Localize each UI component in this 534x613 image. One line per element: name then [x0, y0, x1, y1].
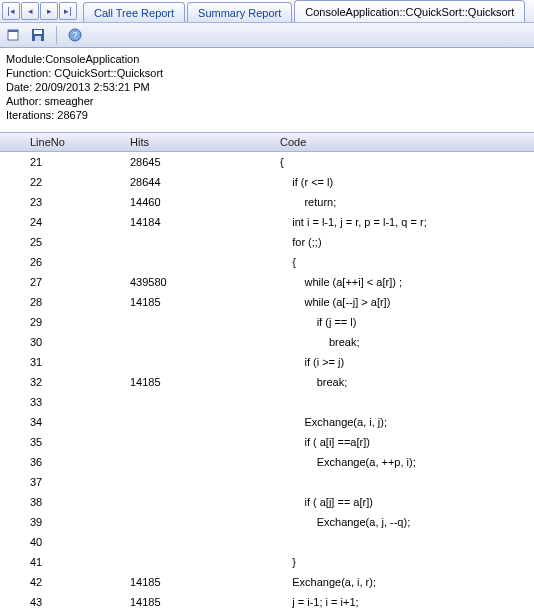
- cell-lineno: 24: [0, 216, 130, 228]
- table-row[interactable]: 34 Exchange(a, i, j);: [0, 412, 534, 432]
- header-hits[interactable]: Hits: [130, 136, 280, 148]
- cell-code: break;: [280, 336, 534, 348]
- table-row[interactable]: 2814185 while (a[--j] > a[r]): [0, 292, 534, 312]
- nav-prev-icon[interactable]: ◂: [21, 2, 39, 20]
- cell-lineno: 30: [0, 336, 130, 348]
- cell-lineno: 31: [0, 356, 130, 368]
- table-row[interactable]: 4214185 Exchange(a, i, r);: [0, 572, 534, 592]
- nav-buttons: |◂ ◂ ▸ ▸|: [2, 2, 77, 20]
- cell-lineno: 21: [0, 156, 130, 168]
- meta-date: Date: 20/09/2013 2:53:21 PM: [6, 80, 528, 94]
- cell-hits: 14185: [130, 296, 280, 308]
- cell-code: Exchange(a, j, --q);: [280, 516, 534, 528]
- cell-lineno: 42: [0, 576, 130, 588]
- meta-block: Module:ConsoleApplication Function: CQui…: [0, 48, 534, 132]
- table-row[interactable]: 35 if ( a[i] ==a[r]): [0, 432, 534, 452]
- new-window-icon[interactable]: [4, 25, 24, 45]
- cell-lineno: 33: [0, 396, 130, 408]
- table-row[interactable]: 2414184 int i = l-1, j = r, p = l-1, q =…: [0, 212, 534, 232]
- tabs: Call Tree ReportSummary ReportConsoleApp…: [83, 0, 525, 22]
- toolbar: ?: [0, 23, 534, 48]
- cell-lineno: 40: [0, 536, 130, 548]
- header-lineno[interactable]: LineNo: [0, 136, 130, 148]
- table-row[interactable]: 26 {: [0, 252, 534, 272]
- nav-first-icon[interactable]: |◂: [2, 2, 20, 20]
- table-row[interactable]: 3214185 break;: [0, 372, 534, 392]
- cell-code: int i = l-1, j = r, p = l-1, q = r;: [280, 216, 534, 228]
- grid-header: LineNo Hits Code: [0, 132, 534, 152]
- meta-author: Author: smeagher: [6, 94, 528, 108]
- svg-rect-4: [35, 36, 41, 41]
- cell-code: {: [280, 156, 534, 168]
- meta-iterations: Iterations: 28679: [6, 108, 528, 122]
- table-row[interactable]: 37: [0, 472, 534, 492]
- cell-lineno: 43: [0, 596, 130, 608]
- cell-lineno: 38: [0, 496, 130, 508]
- nav-last-icon[interactable]: ▸|: [59, 2, 77, 20]
- cell-code: return;: [280, 196, 534, 208]
- tab-bar: |◂ ◂ ▸ ▸| Call Tree ReportSummary Report…: [0, 0, 534, 23]
- cell-code: {: [280, 256, 534, 268]
- cell-code: while (a[--j] > a[r]): [280, 296, 534, 308]
- table-row[interactable]: 27439580 while (a[++i] < a[r]) ;: [0, 272, 534, 292]
- table-row[interactable]: 30 break;: [0, 332, 534, 352]
- code-grid: 2128645{2228644 if (r <= l)2314460 retur…: [0, 152, 534, 613]
- help-icon[interactable]: ?: [65, 25, 85, 45]
- cell-hits: 28645: [130, 156, 280, 168]
- cell-hits: 14460: [130, 196, 280, 208]
- meta-module: Module:ConsoleApplication: [6, 52, 528, 66]
- table-row[interactable]: 2228644 if (r <= l): [0, 172, 534, 192]
- cell-lineno: 36: [0, 456, 130, 468]
- table-row[interactable]: 29 if (j == l): [0, 312, 534, 332]
- table-row[interactable]: 25 for (;;): [0, 232, 534, 252]
- cell-code: Exchange(a, i, r);: [280, 576, 534, 588]
- cell-lineno: 22: [0, 176, 130, 188]
- table-row[interactable]: 33: [0, 392, 534, 412]
- cell-hits: 28644: [130, 176, 280, 188]
- cell-code: if ( a[j] == a[r]): [280, 496, 534, 508]
- header-code[interactable]: Code: [280, 136, 534, 148]
- svg-rect-3: [34, 30, 42, 34]
- cell-code: }: [280, 556, 534, 568]
- cell-hits: 14185: [130, 376, 280, 388]
- table-row[interactable]: 39 Exchange(a, j, --q);: [0, 512, 534, 532]
- save-icon[interactable]: [28, 25, 48, 45]
- cell-lineno: 23: [0, 196, 130, 208]
- toolbar-separator: [56, 26, 57, 44]
- cell-code: for (;;): [280, 236, 534, 248]
- svg-text:?: ?: [72, 30, 77, 40]
- cell-hits: 14184: [130, 216, 280, 228]
- cell-code: Exchange(a, ++p, i);: [280, 456, 534, 468]
- cell-code: while (a[++i] < a[r]) ;: [280, 276, 534, 288]
- table-row[interactable]: 31 if (i >= j): [0, 352, 534, 372]
- cell-code: if (i >= j): [280, 356, 534, 368]
- tab-summary-report[interactable]: Summary Report: [187, 2, 292, 22]
- cell-lineno: 25: [0, 236, 130, 248]
- table-row[interactable]: 4314185 j = i-1; i = i+1;: [0, 592, 534, 612]
- table-row[interactable]: 2128645{: [0, 152, 534, 172]
- table-row[interactable]: 41 }: [0, 552, 534, 572]
- table-row[interactable]: 2314460 return;: [0, 192, 534, 212]
- tab-call-tree-report[interactable]: Call Tree Report: [83, 2, 185, 22]
- cell-lineno: 28: [0, 296, 130, 308]
- meta-function: Function: CQuickSort::Quicksort: [6, 66, 528, 80]
- table-row[interactable]: 36 Exchange(a, ++p, i);: [0, 452, 534, 472]
- cell-lineno: 35: [0, 436, 130, 448]
- cell-lineno: 37: [0, 476, 130, 488]
- cell-hits: 439580: [130, 276, 280, 288]
- nav-next-icon[interactable]: ▸: [40, 2, 58, 20]
- cell-code: if (r <= l): [280, 176, 534, 188]
- cell-lineno: 27: [0, 276, 130, 288]
- table-row[interactable]: 40: [0, 532, 534, 552]
- tab-consoleapplication-cquicksort-quicksort[interactable]: ConsoleApplication::CQuickSort::Quicksor…: [294, 0, 525, 22]
- cell-lineno: 34: [0, 416, 130, 428]
- table-row[interactable]: 38 if ( a[j] == a[r]): [0, 492, 534, 512]
- cell-lineno: 29: [0, 316, 130, 328]
- cell-code: Exchange(a, i, j);: [280, 416, 534, 428]
- cell-hits: 14185: [130, 576, 280, 588]
- cell-hits: 14185: [130, 596, 280, 608]
- cell-lineno: 32: [0, 376, 130, 388]
- cell-lineno: 26: [0, 256, 130, 268]
- svg-rect-1: [8, 30, 18, 32]
- cell-code: j = i-1; i = i+1;: [280, 596, 534, 608]
